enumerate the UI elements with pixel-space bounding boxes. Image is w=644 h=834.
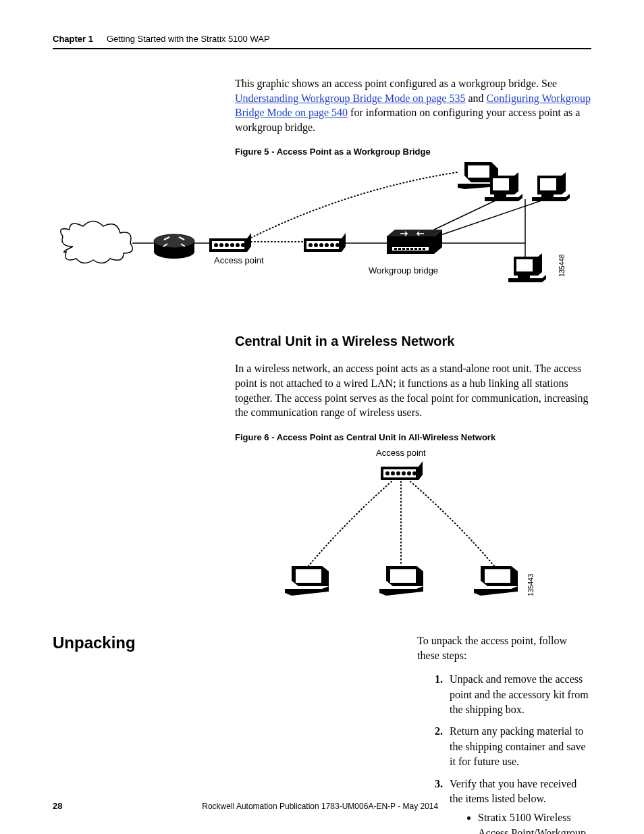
svg-rect-35 <box>541 194 554 197</box>
svg-point-18 <box>330 243 334 247</box>
figure6-caption: Figure 6 - Access Point as Central Unit … <box>235 432 591 442</box>
svg-point-2 <box>154 234 194 248</box>
svg-point-9 <box>236 243 240 247</box>
laptop-icon <box>285 566 329 596</box>
svg-rect-27 <box>419 248 421 250</box>
figure5-wgb-label: Workgroup bridge <box>369 265 438 276</box>
section2-paragraph: In a wireless network, an access point a… <box>235 361 591 419</box>
svg-point-16 <box>319 243 323 247</box>
svg-point-7 <box>225 243 229 247</box>
desktop-icon <box>508 253 546 282</box>
figure5-ap-label: Access point <box>214 255 264 265</box>
svg-rect-50 <box>390 569 416 583</box>
intro-paragraph: This graphic shows an access point confi… <box>235 76 591 134</box>
svg-rect-39 <box>518 276 530 278</box>
svg-point-8 <box>230 243 234 247</box>
section2-heading: Central Unit in a Wireless Network <box>235 334 591 349</box>
svg-rect-51 <box>485 569 510 583</box>
svg-point-44 <box>391 471 395 475</box>
intro-text-a: This graphic shows an access point confi… <box>235 78 557 89</box>
svg-point-14 <box>308 243 313 247</box>
figure5: Access point <box>53 162 591 300</box>
page-header: Chapter 1 Getting Started with the Strat… <box>53 34 591 49</box>
svg-point-5 <box>214 243 218 247</box>
svg-rect-21 <box>394 248 397 250</box>
svg-point-6 <box>219 243 223 247</box>
svg-rect-28 <box>423 248 425 250</box>
link-line <box>434 199 498 230</box>
svg-rect-30 <box>493 178 509 190</box>
svg-rect-24 <box>406 248 409 250</box>
desktop-icon <box>532 172 570 201</box>
svg-rect-22 <box>398 248 401 250</box>
link-line <box>441 199 545 235</box>
step-1: Unpack and remove the access point and t… <box>446 672 591 717</box>
svg-point-17 <box>325 243 329 247</box>
desktop-icon <box>485 172 522 201</box>
svg-point-10 <box>241 243 245 247</box>
figure6: Access point <box>235 448 591 603</box>
svg-point-47 <box>407 471 411 475</box>
svg-rect-25 <box>410 248 413 250</box>
publication-id: Rockwell Automation Publication 1783-UM0… <box>62 802 578 811</box>
figure6-code: 135443 <box>527 573 535 596</box>
header-title: Getting Started with the Stratix 5100 WA… <box>107 34 270 44</box>
laptop-icon <box>379 566 423 596</box>
cloud-icon <box>61 221 133 263</box>
items-list: Stratix 5100 Wireless Access Point/Workg… <box>450 810 591 834</box>
intro-text-b: and <box>465 93 486 104</box>
page-number: 28 <box>53 801 62 811</box>
step-2: Return any packing material to the shipp… <box>446 724 591 769</box>
svg-rect-23 <box>402 248 405 250</box>
svg-point-19 <box>336 243 340 247</box>
svg-rect-11 <box>468 165 489 178</box>
svg-point-45 <box>396 471 400 475</box>
svg-point-48 <box>412 471 417 475</box>
workgroup-bridge-icon <box>304 233 346 252</box>
svg-rect-40 <box>508 278 542 282</box>
svg-point-15 <box>314 243 318 247</box>
svg-rect-38 <box>516 259 533 271</box>
wireless-links <box>308 481 494 566</box>
router-icon <box>154 234 194 259</box>
unpacking-heading: Unpacking <box>53 633 136 652</box>
svg-rect-26 <box>414 248 417 250</box>
hub-icon <box>387 230 442 254</box>
svg-rect-31 <box>494 194 506 197</box>
unpacking-intro: To unpack the access point, follow these… <box>417 633 591 662</box>
svg-rect-32 <box>485 197 518 201</box>
svg-rect-34 <box>540 178 556 190</box>
svg-rect-49 <box>296 569 321 583</box>
chapter-label: Chapter 1 <box>53 34 93 44</box>
svg-point-43 <box>385 471 390 475</box>
bullet-1: Stratix 5100 Wireless Access Point/Workg… <box>478 810 591 834</box>
access-point-icon <box>209 233 251 252</box>
figure6-ap-label: Access point <box>376 448 426 458</box>
laptop-icon <box>474 566 518 596</box>
figure5-caption: Figure 5 - Access Point as a Workgroup B… <box>235 147 591 157</box>
step-3-text: Verify that you have received the items … <box>450 778 576 804</box>
svg-point-46 <box>402 471 406 475</box>
svg-rect-36 <box>532 197 566 201</box>
access-point-icon <box>381 461 423 480</box>
page-footer: 28 Rockwell Automation Publication 1783-… <box>53 801 591 811</box>
figure5-code: 135448 <box>558 255 566 278</box>
xref-link-understanding[interactable]: Understanding Workgroup Bridge Mode on p… <box>235 93 465 104</box>
